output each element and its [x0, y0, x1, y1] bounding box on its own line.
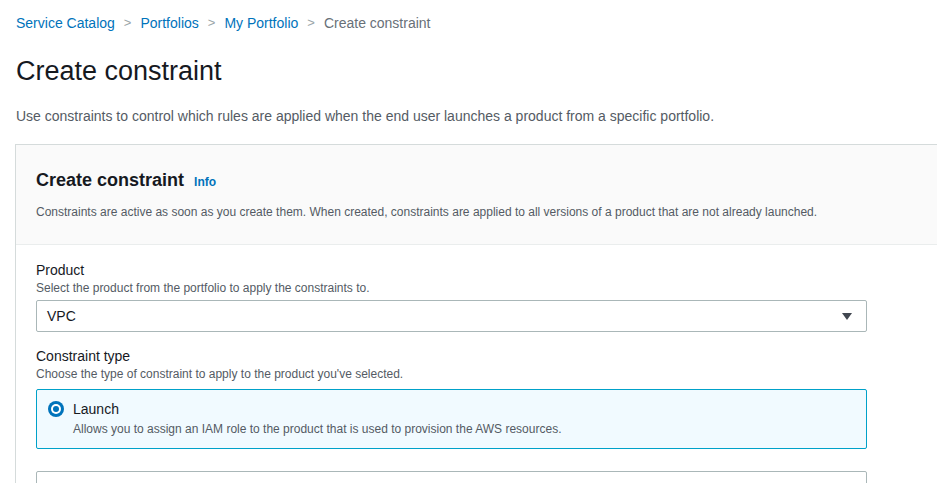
breadcrumb-link-portfolios[interactable]: Portfolios [140, 15, 198, 31]
constraint-type-field: Constraint type Choose the type of const… [36, 348, 917, 483]
breadcrumb-separator-icon: > [124, 15, 132, 31]
panel-header: Create constraint Info Constraints are a… [16, 145, 937, 245]
breadcrumb-separator-icon: > [208, 15, 216, 31]
breadcrumb-separator-icon: > [307, 15, 315, 31]
product-hint: Select the product from the portfolio to… [36, 281, 917, 295]
constraint-option-label: Launch [73, 400, 561, 418]
breadcrumb-link-my-portfolio[interactable]: My Portfolio [224, 15, 298, 31]
breadcrumb-current: Create constraint [324, 15, 431, 31]
create-constraint-panel: Create constraint Info Constraints are a… [15, 144, 937, 483]
radio-selected-icon[interactable] [48, 401, 64, 417]
info-link[interactable]: Info [194, 175, 216, 189]
constraint-option-description: Allows you to assign an IAM role to the … [73, 422, 561, 436]
constraint-type-hint: Choose the type of constraint to apply t… [36, 367, 917, 381]
product-select-value: VPC [47, 308, 76, 324]
constraint-type-option-partial[interactable] [36, 471, 867, 483]
product-field: Product Select the product from the port… [36, 262, 917, 332]
breadcrumb-link-service-catalog[interactable]: Service Catalog [16, 15, 115, 31]
product-label: Product [36, 262, 917, 278]
panel-title: Create constraint [36, 169, 184, 191]
panel-body: Product Select the product from the port… [16, 245, 937, 483]
page-title: Create constraint [16, 56, 937, 87]
chevron-down-icon [842, 313, 852, 320]
panel-description: Constraints are active as soon as you cr… [36, 205, 917, 219]
constraint-type-label: Constraint type [36, 348, 917, 364]
page-description: Use constraints to control which rules a… [16, 108, 937, 124]
breadcrumb: Service Catalog > Portfolios > My Portfo… [0, 0, 937, 31]
product-select[interactable]: VPC [36, 300, 867, 332]
constraint-option-text: Launch Allows you to assign an IAM role … [73, 400, 561, 436]
panel-title-row: Create constraint Info [36, 169, 917, 191]
constraint-type-option-launch[interactable]: Launch Allows you to assign an IAM role … [36, 389, 867, 449]
